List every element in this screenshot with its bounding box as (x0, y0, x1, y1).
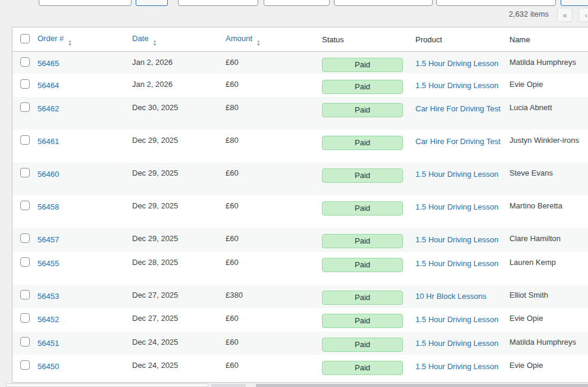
pagination-prev-button[interactable]: ‹ (578, 8, 588, 22)
pagination-first-button[interactable]: « (557, 8, 573, 22)
cell-order: 56465 (32, 52, 126, 74)
product-link[interactable]: 1.5 Hour Driving Lesson (415, 170, 498, 179)
cell-order: 56457 (32, 228, 126, 252)
table-row: 56465 Jan 2, 2026 £60 Paid 1.5 Hour Driv… (12, 52, 588, 74)
order-link[interactable]: 56460 (37, 170, 59, 179)
filter-control-3[interactable] (264, 0, 330, 6)
apply-button[interactable] (136, 0, 168, 6)
cell-checkbox (12, 252, 32, 285)
header-cell-checkbox (12, 27, 32, 52)
order-link[interactable]: 56465 (37, 59, 59, 68)
cell-status: Paid (316, 308, 409, 332)
order-link[interactable]: 56464 (37, 81, 59, 90)
orders-table: Order #▲▼ Date▲▼ Amount▲▼ Status Product… (12, 27, 588, 383)
table-row: 56461 Dec 29, 2025 £80 Paid Car Hire For… (12, 130, 588, 163)
filter-control-4[interactable] (334, 0, 433, 6)
cell-order: 56462 (32, 97, 126, 130)
order-amount: £60 (226, 314, 239, 323)
horizontal-scrollbar-track[interactable] (6, 383, 208, 387)
order-date: Dec 24, 2025 (132, 338, 178, 347)
product-link[interactable]: 1.5 Hour Driving Lesson (415, 315, 498, 324)
order-link[interactable]: 56451 (37, 339, 59, 348)
product-link[interactable]: 1.5 Hour Driving Lesson (415, 81, 498, 90)
order-amount: £80 (226, 136, 239, 145)
cell-name: Martino Beretta (503, 195, 588, 228)
order-amount: £60 (226, 258, 239, 267)
cell-status: Paid (316, 130, 409, 163)
column-label: Amount (226, 34, 252, 43)
status-badge: Paid (322, 234, 403, 248)
row-checkbox[interactable] (20, 135, 30, 145)
order-date: Dec 27, 2025 (132, 291, 178, 299)
row-checkbox[interactable] (20, 233, 30, 243)
cell-date: Jan 2, 2026 (126, 74, 220, 97)
product-link[interactable]: Car Hire For Driving Test (415, 137, 501, 146)
table-row: 56455 Dec 28, 2025 £60 Paid 1.5 Hour Dri… (12, 252, 588, 285)
row-checkbox[interactable] (20, 201, 30, 210)
product-link[interactable]: 1.5 Hour Driving Lesson (415, 362, 498, 371)
cell-date: Dec 30, 2025 (126, 97, 220, 130)
horizontal-scrollbar-thumb[interactable] (256, 384, 588, 387)
order-link[interactable]: 56462 (37, 104, 59, 113)
sort-arrows-icon: ▲▼ (68, 39, 72, 46)
order-link[interactable]: 56458 (37, 202, 59, 211)
row-checkbox[interactable] (20, 79, 30, 89)
cell-name: Justyn Winkler-irons (503, 130, 588, 163)
cell-product: Car Hire For Driving Test (409, 97, 503, 130)
cell-name: Elliot Smith (503, 285, 588, 308)
order-date: Dec 24, 2025 (132, 361, 178, 370)
order-link[interactable]: 56457 (37, 235, 59, 244)
cell-checkbox (12, 228, 32, 252)
cell-date: Dec 24, 2025 (126, 332, 220, 355)
horizontal-scrollbar-segment[interactable] (211, 384, 246, 387)
order-amount: £60 (226, 168, 239, 177)
row-checkbox[interactable] (20, 290, 30, 299)
order-amount: £80 (226, 103, 239, 112)
order-link[interactable]: 56453 (37, 292, 59, 301)
row-checkbox[interactable] (20, 360, 30, 370)
order-link[interactable]: 56450 (37, 362, 59, 371)
order-date: Dec 28, 2025 (132, 258, 178, 267)
cell-date: Dec 24, 2025 (126, 355, 220, 383)
product-link[interactable]: 10 Hr Block Lessons (415, 292, 486, 301)
cell-status: Paid (316, 252, 409, 285)
product-link[interactable]: 1.5 Hour Driving Lesson (415, 59, 498, 68)
status-badge: Paid (322, 103, 403, 117)
sort-by-date-link[interactable]: Date▲▼ (132, 34, 157, 43)
sort-by-amount-link[interactable]: Amount▲▼ (226, 34, 261, 43)
customer-name: Elliot Smith (509, 291, 548, 299)
customer-name: Martino Beretta (509, 201, 562, 210)
product-link[interactable]: 1.5 Hour Driving Lesson (415, 202, 498, 211)
order-link[interactable]: 56461 (37, 137, 59, 146)
product-link[interactable]: 1.5 Hour Driving Lesson (415, 339, 498, 348)
sort-by-order-link[interactable]: Order #▲▼ (37, 34, 72, 43)
filter-control-5[interactable] (436, 0, 556, 6)
column-label: Date (132, 34, 148, 43)
row-checkbox[interactable] (20, 102, 30, 112)
select-all-checkbox[interactable] (20, 34, 30, 43)
row-checkbox[interactable] (20, 168, 30, 177)
product-link[interactable]: 1.5 Hour Driving Lesson (415, 259, 498, 268)
filter-control-1[interactable] (39, 0, 132, 6)
cell-amount: £60 (220, 74, 316, 97)
cell-name: Lauren Kemp (503, 252, 588, 285)
row-checkbox[interactable] (20, 337, 30, 347)
table-row: 56457 Dec 29, 2025 £60 Paid 1.5 Hour Dri… (12, 228, 588, 252)
filter-control-2[interactable] (178, 0, 258, 6)
order-date: Dec 29, 2025 (132, 136, 178, 145)
cell-checkbox (12, 52, 32, 74)
cell-product: 1.5 Hour Driving Lesson (409, 355, 503, 383)
order-link[interactable]: 56452 (37, 315, 59, 324)
cell-checkbox (12, 332, 32, 355)
header-cell-name: Name (503, 27, 588, 52)
order-link[interactable]: 56455 (37, 259, 59, 268)
order-date: Jan 2, 2026 (132, 58, 173, 67)
row-checkbox[interactable] (20, 57, 30, 67)
filter-button[interactable] (561, 0, 588, 6)
row-checkbox[interactable] (20, 313, 30, 323)
row-checkbox[interactable] (20, 257, 30, 267)
product-link[interactable]: Car Hire For Driving Test (415, 104, 501, 113)
orders-table-card: Order #▲▼ Date▲▼ Amount▲▼ Status Product… (12, 27, 588, 383)
product-link[interactable]: 1.5 Hour Driving Lesson (415, 235, 498, 244)
order-amount: £60 (226, 201, 239, 210)
